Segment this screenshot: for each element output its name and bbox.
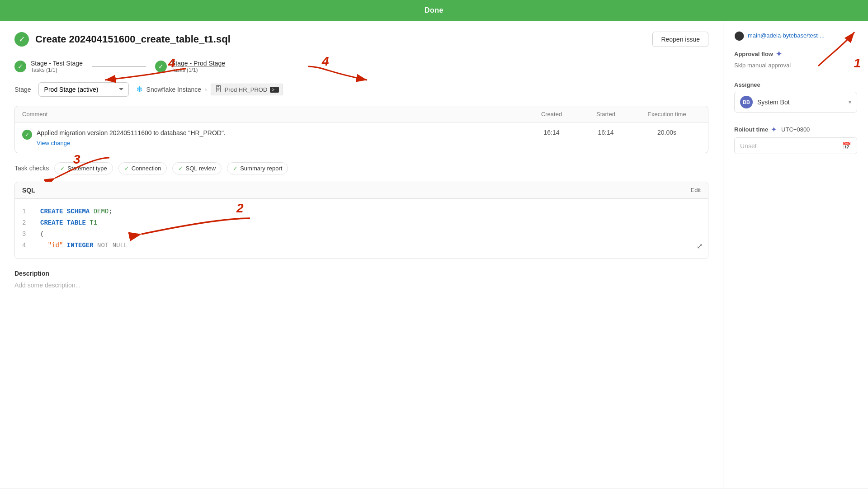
stage-check-prod: ✓	[155, 61, 167, 72]
col-started: Started	[579, 111, 633, 118]
row-started: 16:14	[579, 129, 633, 136]
sparkle-icon: ✦	[776, 50, 782, 58]
page-header: ✓ Create 202404151600_create_table_t1.sq…	[14, 32, 708, 47]
db-badge: 🗄 Prod HR_PROD >_	[211, 84, 283, 95]
assignee-section: Assignee BB System Bot ▾	[734, 81, 857, 113]
view-change-link[interactable]: View change	[37, 140, 226, 146]
rollout-section: Rollout time ✦ UTC+0800 Unset 📅	[734, 125, 857, 154]
annotation-3: 3	[73, 152, 80, 167]
assignee-label: Assignee	[734, 81, 857, 88]
task-checks-label: Task checks	[14, 165, 49, 172]
stage-select[interactable]: Prod Stage (active)	[38, 82, 129, 97]
snowflake-icon: ❄	[136, 85, 143, 94]
task-table-row: ✓ Applied migration version 202405111600…	[15, 122, 708, 153]
annotation-2: 2	[236, 201, 244, 216]
edit-button[interactable]: Edit	[691, 187, 701, 193]
sql-line-2: 2 CREATE TABLE T1	[22, 217, 701, 229]
assignee-row[interactable]: BB System Bot ▾	[734, 92, 857, 113]
snowflake-breadcrumb: ❄ Snowflake Instance › 🗄 Prod HR_PROD >_	[136, 84, 283, 95]
check-sql-review[interactable]: ✓ SQL review	[172, 162, 222, 174]
db-icon: 🗄	[215, 85, 222, 94]
github-row: ⬤ main@adela-bytebase/test-...	[734, 30, 857, 41]
sql-title: SQL	[22, 187, 35, 194]
description-section: Description Add some description...	[14, 270, 708, 289]
task-table: Comment Created Started Execution time ✓…	[14, 106, 708, 153]
stage-name-prod: Stage - Prod Stage	[171, 60, 225, 67]
github-user[interactable]: main@adela-bytebase/test-...	[748, 32, 825, 39]
stage-selector-label: Stage	[14, 86, 31, 93]
stage-item-prod: ✓ Stage - Prod Stage Tasks (1/1)	[155, 60, 225, 73]
annotation-4-right: 4	[322, 54, 329, 69]
status-check-icon: ✓	[14, 32, 29, 47]
terminal-icon: >_	[270, 87, 278, 93]
description-placeholder[interactable]: Add some description...	[14, 282, 708, 289]
sql-line-3: 3 (	[22, 229, 701, 240]
snowflake-label: Snowflake Instance	[146, 86, 201, 93]
db-name: Prod HR_PROD	[225, 86, 268, 93]
task-checks-row: Task checks ✓ Statement type ✓ Connectio…	[14, 162, 708, 174]
stage-tasks-prod: Tasks (1/1)	[171, 67, 225, 73]
row-comment-text: Applied migration version 202405111600 t…	[37, 129, 226, 136]
annotation-4-left: 4	[168, 56, 175, 71]
row-check: ✓	[22, 130, 32, 140]
sql-section: SQL Edit 1 CREATE SCHEMA DEMO; 2 CREATE …	[14, 182, 708, 259]
col-comment: Comment	[22, 111, 524, 118]
approval-flow-label: Approval flow ✦	[734, 50, 857, 58]
sidebar: 1 ⬤ main@adela-bytebase/test-... Approva…	[723, 21, 868, 488]
rollout-unset-row[interactable]: Unset 📅	[734, 137, 857, 154]
stage-name-test: Stage - Test Stage	[31, 60, 83, 67]
check-connection[interactable]: ✓ Connection	[118, 162, 167, 174]
description-title: Description	[14, 270, 708, 277]
stage-pipeline: ✓ Stage - Test Stage Tasks (1/1) ✓ Stage…	[14, 60, 708, 73]
sql-line-1: 1 CREATE SCHEMA DEMO;	[22, 206, 701, 217]
skip-manual-approval: Skip manual approval	[734, 62, 857, 69]
approval-flow-section: Approval flow ✦ Skip manual approval	[734, 50, 857, 69]
reopen-button[interactable]: Reopen issue	[652, 32, 708, 47]
sql-line-4: 4 "id" INTEGER NOT NULL	[22, 240, 701, 251]
row-execution: 20.00s	[633, 129, 701, 136]
sql-header: SQL Edit	[15, 182, 708, 199]
stage-check-test: ✓	[14, 61, 26, 72]
unset-text: Unset	[740, 142, 757, 150]
stage-selector-row: Stage Prod Stage (active) ❄ Snowflake In…	[14, 82, 708, 97]
calendar-icon: 📅	[842, 141, 851, 150]
stage-tasks-test: Tasks (1/1)	[31, 67, 83, 73]
rollout-label-row: Rollout time ✦ UTC+0800	[734, 125, 857, 134]
check-summary-report[interactable]: ✓ Summary report	[227, 162, 288, 174]
row-created: 16:14	[524, 129, 579, 136]
sql-code-block: 1 CREATE SCHEMA DEMO; 2 CREATE TABLE T1 …	[15, 199, 708, 259]
annotation-1: 1	[854, 56, 861, 71]
avatar: BB	[740, 96, 753, 108]
page-title: Create 202404151600_create_table_t1.sql	[35, 33, 231, 45]
top-banner: Done	[0, 0, 868, 21]
chevron-down-icon: ▾	[849, 99, 851, 105]
stage-item-test: ✓ Stage - Test Stage Tasks (1/1)	[14, 60, 83, 73]
breadcrumb-separator: ›	[205, 86, 207, 93]
rollout-label: Rollout time	[734, 126, 768, 133]
col-execution: Execution time	[633, 111, 701, 118]
rollout-sparkle-icon: ✦	[771, 125, 777, 134]
check-statement-type[interactable]: ✓ Statement type	[54, 162, 113, 174]
expand-icon[interactable]: ⤢	[697, 240, 703, 254]
col-created: Created	[524, 111, 579, 118]
assignee-name: System Bot	[757, 99, 790, 106]
github-icon: ⬤	[734, 30, 744, 41]
rollout-timezone: UTC+0800	[781, 126, 810, 133]
task-table-header: Comment Created Started Execution time	[15, 106, 708, 122]
